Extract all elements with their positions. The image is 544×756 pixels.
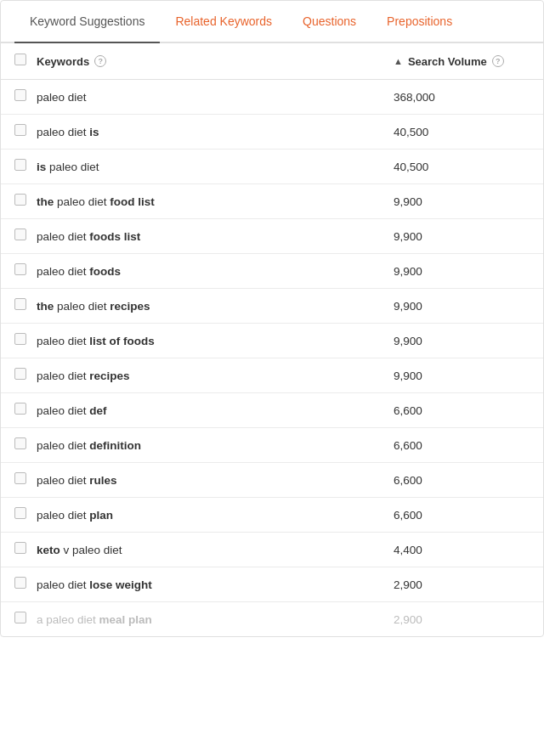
row-checkbox-wrap — [14, 89, 26, 104]
table-row: paleo diet def6,600 — [1, 393, 543, 428]
row-checkbox-wrap — [14, 124, 26, 139]
tab-prepositions[interactable]: Prepositions — [371, 1, 468, 42]
volume-cell: 368,000 — [394, 91, 530, 104]
keyword-cell: paleo diet foods — [37, 265, 394, 278]
main-container: Keyword Suggestions Related Keywords Que… — [0, 0, 544, 637]
tab-questions[interactable]: Questions — [287, 1, 371, 42]
sort-arrow-icon[interactable]: ▲ — [394, 56, 403, 66]
table-row: the paleo diet recipes9,900 — [1, 289, 543, 324]
keyword-header-label: Keywords — [37, 55, 89, 68]
table-row: paleo diet foods list9,900 — [1, 219, 543, 254]
volume-cell: 2,900 — [394, 613, 530, 626]
keyword-cell: paleo diet plan — [37, 509, 394, 522]
row-checkbox[interactable] — [14, 263, 26, 275]
volume-cell: 9,900 — [394, 335, 530, 347]
table-header: Keywords ? ▲ Search Volume ? — [1, 43, 543, 80]
keyword-info-icon[interactable]: ? — [94, 55, 106, 67]
keyword-cell: paleo diet def — [37, 404, 394, 417]
volume-cell: 9,900 — [394, 195, 530, 208]
row-checkbox-wrap — [14, 577, 26, 592]
select-all-checkbox[interactable] — [14, 54, 26, 69]
row-checkbox[interactable] — [14, 612, 26, 623]
table-row: is paleo diet40,500 — [1, 150, 543, 184]
tab-related-keywords[interactable]: Related Keywords — [160, 1, 287, 42]
row-checkbox[interactable] — [14, 472, 26, 484]
volume-cell: 40,500 — [394, 126, 530, 138]
row-checkbox-wrap — [14, 542, 26, 557]
row-checkbox[interactable] — [14, 298, 26, 310]
volume-cell: 6,600 — [394, 474, 530, 487]
table-row: paleo diet lose weight2,900 — [1, 567, 543, 602]
row-checkbox-wrap — [14, 403, 26, 418]
keyword-cell: keto v paleo diet — [37, 544, 394, 556]
table-row: keto v paleo diet4,400 — [1, 533, 543, 567]
table-row: paleo diet list of foods9,900 — [1, 324, 543, 358]
row-checkbox[interactable] — [14, 194, 26, 206]
row-checkbox-wrap — [14, 263, 26, 279]
keyword-cell: is paleo diet — [37, 161, 394, 173]
volume-cell: 4,400 — [394, 544, 530, 556]
row-checkbox[interactable] — [14, 89, 26, 101]
table-row: paleo diet plan6,600 — [1, 498, 543, 533]
tab-keyword-suggestions[interactable]: Keyword Suggestions — [14, 1, 160, 43]
row-checkbox[interactable] — [14, 228, 26, 240]
row-checkbox-wrap — [14, 612, 26, 627]
row-checkbox-wrap — [14, 194, 26, 209]
row-checkbox[interactable] — [14, 577, 26, 589]
tabs-bar: Keyword Suggestions Related Keywords Que… — [1, 1, 543, 43]
volume-column-header: ▲ Search Volume ? — [394, 55, 530, 68]
keyword-cell: paleo diet list of foods — [37, 335, 394, 347]
volume-cell: 6,600 — [394, 404, 530, 417]
keyword-cell: paleo diet rules — [37, 474, 394, 487]
row-checkbox-wrap — [14, 228, 26, 244]
row-checkbox[interactable] — [14, 507, 26, 519]
row-checkbox[interactable] — [14, 333, 26, 345]
keyword-cell: paleo diet is — [37, 126, 394, 138]
table-row: the paleo diet food list9,900 — [1, 184, 543, 219]
row-checkbox-wrap — [14, 472, 26, 488]
row-checkbox[interactable] — [14, 124, 26, 136]
row-checkbox[interactable] — [14, 403, 26, 415]
row-checkbox-wrap — [14, 298, 26, 313]
keyword-cell: paleo diet definition — [37, 439, 394, 452]
table-row: paleo diet rules6,600 — [1, 463, 543, 498]
keyword-cell: a paleo diet meal plan — [37, 613, 394, 626]
keyword-cell: the paleo diet food list — [37, 195, 394, 208]
row-checkbox-wrap — [14, 333, 26, 348]
row-checkbox-wrap — [14, 159, 26, 174]
table-row: a paleo diet meal plan2,900 — [1, 602, 543, 636]
table-row: paleo diet recipes9,900 — [1, 358, 543, 393]
row-checkbox-wrap — [14, 368, 26, 383]
volume-cell: 9,900 — [394, 230, 530, 243]
table-body: paleo diet368,000paleo diet is40,500is p… — [1, 80, 543, 636]
row-checkbox[interactable] — [14, 159, 26, 171]
volume-cell: 9,900 — [394, 300, 530, 313]
row-checkbox[interactable] — [14, 437, 26, 449]
table-row: paleo diet foods9,900 — [1, 254, 543, 289]
keyword-column-header: Keywords ? — [37, 55, 394, 68]
volume-cell: 9,900 — [394, 265, 530, 278]
checkbox-icon[interactable] — [14, 54, 26, 65]
row-checkbox-wrap — [14, 437, 26, 453]
keyword-cell: paleo diet recipes — [37, 370, 394, 382]
volume-cell: 2,900 — [394, 578, 530, 591]
volume-header-label: Search Volume — [408, 55, 487, 68]
volume-info-icon[interactable]: ? — [492, 55, 504, 67]
keyword-cell: paleo diet foods list — [37, 230, 394, 243]
keyword-cell: the paleo diet recipes — [37, 300, 394, 313]
table-row: paleo diet is40,500 — [1, 115, 543, 150]
volume-cell: 6,600 — [394, 439, 530, 452]
row-checkbox-wrap — [14, 507, 26, 522]
keyword-cell: paleo diet — [37, 91, 394, 104]
volume-cell: 40,500 — [394, 161, 530, 173]
row-checkbox[interactable] — [14, 368, 26, 380]
row-checkbox[interactable] — [14, 542, 26, 554]
table-row: paleo diet definition6,600 — [1, 428, 543, 463]
volume-cell: 6,600 — [394, 509, 530, 522]
keyword-cell: paleo diet lose weight — [37, 578, 394, 591]
volume-cell: 9,900 — [394, 370, 530, 382]
table-row: paleo diet368,000 — [1, 80, 543, 115]
